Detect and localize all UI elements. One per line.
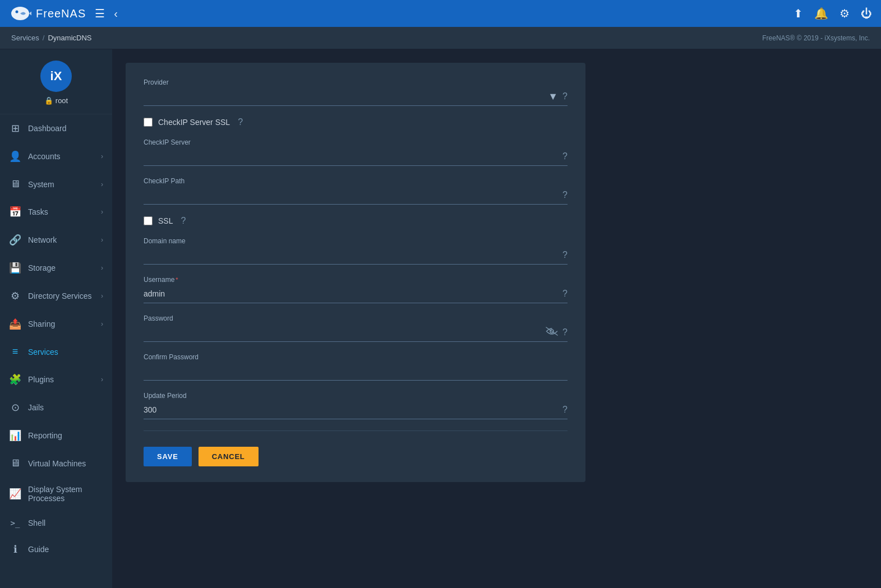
checkip-path-row: CheckIP Path ? — [144, 177, 568, 205]
breadcrumb-separator: / — [43, 34, 45, 42]
username-help-icon[interactable]: ? — [562, 289, 568, 299]
sidebar-item-plugins[interactable]: 🧩 Plugins › — [0, 365, 112, 393]
directory-services-icon: ⚙ — [9, 290, 21, 302]
sidebar-item-display-system-processes[interactable]: 📈 Display System Processes — [0, 477, 112, 511]
sidebar-item-guide[interactable]: ℹ Guide — [0, 535, 112, 563]
form-buttons: SAVE CANCEL — [144, 447, 568, 466]
save-button[interactable]: SAVE — [144, 447, 192, 466]
ssl-label: SSL — [158, 216, 173, 225]
power-icon[interactable]: ⏻ — [861, 7, 872, 20]
tasks-icon: 📅 — [9, 206, 21, 218]
sidebar-item-directory-services[interactable]: ⚙ Directory Services › — [0, 282, 112, 310]
checkip-path-help-icon[interactable]: ? — [562, 190, 568, 200]
password-toggle-icon[interactable] — [546, 327, 558, 339]
password-help-icon[interactable]: ? — [562, 327, 568, 337]
chevron-right-icon: › — [101, 376, 103, 383]
sidebar: iX 🔒 root ⊞ Dashboard 👤 Accounts › 🖥 Sys… — [0, 49, 112, 588]
domain-name-label: Domain name — [144, 237, 568, 245]
provider-select[interactable] — [144, 90, 548, 103]
accounts-icon: 👤 — [9, 150, 21, 163]
username-input[interactable] — [144, 287, 558, 300]
sidebar-item-label: Tasks — [28, 207, 94, 216]
password-row: Password ? — [144, 314, 568, 342]
sidebar-item-label: Virtual Machines — [28, 459, 103, 468]
checkip-path-input[interactable] — [144, 188, 558, 202]
checkip-server-label: CheckIP Server — [144, 138, 568, 146]
update-period-help-icon[interactable]: ? — [562, 405, 568, 415]
topbar-right: ⬆ 🔔 ⚙ ⏻ — [794, 7, 872, 20]
sidebar-item-label: Services — [28, 348, 103, 356]
svg-point-1 — [16, 11, 19, 13]
provider-help-icon[interactable]: ? — [562, 91, 568, 101]
provider-input-wrap: ▼ ? — [144, 90, 568, 106]
checkip-server-ssl-help-icon[interactable]: ? — [238, 117, 243, 127]
copyright-text: FreeNAS® © 2019 - iXsystems, Inc. — [762, 34, 870, 42]
storage-icon: 💾 — [9, 262, 21, 274]
password-input-wrap: ? — [144, 326, 568, 342]
back-icon[interactable]: ‹ — [114, 7, 118, 20]
chevron-right-icon: › — [101, 180, 103, 188]
breadcrumb: Services / DynamicDNS — [11, 34, 92, 42]
sidebar-item-label: Jails — [28, 403, 103, 412]
breadcrumb-parent[interactable]: Services — [11, 34, 39, 42]
cancel-button[interactable]: CANCEL — [199, 447, 259, 466]
system-icon: 🖥 — [9, 178, 21, 190]
chevron-right-icon: › — [101, 208, 103, 216]
checkip-server-ssl-label: CheckIP Server SSL — [158, 118, 230, 127]
services-icon: ≡ — [9, 346, 21, 358]
bell-icon[interactable]: 🔔 — [814, 7, 828, 20]
logo-icon — [9, 4, 31, 22]
sidebar-item-label: Sharing — [28, 320, 94, 328]
sidebar-item-tasks[interactable]: 📅 Tasks › — [0, 198, 112, 226]
provider-label: Provider — [144, 78, 568, 86]
password-input[interactable] — [144, 326, 541, 339]
sidebar-item-network[interactable]: 🔗 Network › — [0, 226, 112, 254]
domain-name-help-icon[interactable]: ? — [562, 250, 568, 260]
sidebar-item-label: Reporting — [28, 431, 103, 440]
checkip-server-ssl-row: CheckIP Server SSL ? — [144, 117, 568, 127]
virtual-machines-icon: 🖥 — [9, 457, 21, 469]
sidebar-item-accounts[interactable]: 👤 Accounts › — [0, 142, 112, 170]
menu-icon[interactable]: ☰ — [95, 7, 105, 20]
display-system-processes-icon: 📈 — [9, 488, 21, 500]
upload-icon[interactable]: ⬆ — [794, 7, 803, 20]
sidebar-item-shell[interactable]: >_ Shell — [0, 511, 112, 535]
domain-name-row: Domain name ? — [144, 237, 568, 265]
app-name: FreeNAS — [36, 7, 86, 20]
sidebar-item-services[interactable]: ≡ Services — [0, 338, 112, 365]
sidebar-item-label: Network — [28, 235, 94, 244]
sidebar-item-label: Shell — [28, 518, 103, 527]
username-row: Username* ? — [144, 276, 568, 303]
sidebar-item-dashboard[interactable]: ⊞ Dashboard — [0, 114, 112, 142]
sidebar-item-label: Accounts — [28, 152, 94, 161]
username-label: Username* — [144, 276, 568, 284]
checkip-server-ssl-checkbox[interactable] — [144, 118, 153, 127]
checkip-server-input-wrap: ? — [144, 150, 568, 166]
ssl-help-icon[interactable]: ? — [181, 216, 186, 226]
checkip-server-input[interactable] — [144, 150, 558, 163]
ssl-checkbox[interactable] — [144, 216, 153, 225]
breadcrumb-current: DynamicDNS — [48, 34, 91, 42]
update-period-row: Update Period ? — [144, 392, 568, 419]
sidebar-item-system[interactable]: 🖥 System › — [0, 170, 112, 198]
dropdown-arrow-icon: ▼ — [548, 91, 558, 103]
sidebar-item-reporting[interactable]: 📊 Reporting — [0, 422, 112, 450]
domain-name-input[interactable] — [144, 248, 558, 262]
settings-icon[interactable]: ⚙ — [840, 7, 850, 20]
confirm-password-input-wrap — [144, 364, 568, 381]
logo-area: FreeNAS — [9, 4, 86, 22]
sidebar-item-jails[interactable]: ⊙ Jails — [0, 393, 112, 422]
checkip-server-help-icon[interactable]: ? — [562, 151, 568, 161]
sidebar-item-sharing[interactable]: 📤 Sharing › — [0, 310, 112, 338]
update-period-input[interactable] — [144, 403, 558, 416]
sidebar-item-storage[interactable]: 💾 Storage › — [0, 254, 112, 282]
jails-icon: ⊙ — [9, 401, 21, 414]
main-content: Provider ▼ ? CheckIP Server SSL ? CheckI… — [112, 49, 881, 588]
lock-icon: 🔒 — [44, 96, 53, 105]
chevron-right-icon: › — [101, 320, 103, 328]
confirm-password-input[interactable] — [144, 364, 568, 378]
username-input-wrap: ? — [144, 287, 568, 303]
sidebar-item-virtual-machines[interactable]: 🖥 Virtual Machines — [0, 450, 112, 477]
chevron-right-icon: › — [101, 236, 103, 244]
reporting-icon: 📊 — [9, 429, 21, 442]
